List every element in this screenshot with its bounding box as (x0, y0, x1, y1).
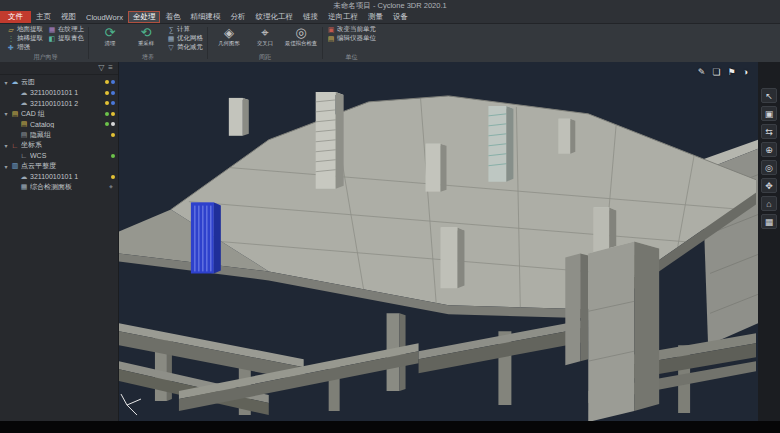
tool-icon: ⌂ (766, 199, 771, 209)
status-dots (111, 133, 118, 137)
item-type-icon: ▤ (11, 110, 19, 118)
select-tool[interactable]: ↖ (761, 88, 777, 103)
tree-item-label: CAD 组 (21, 109, 101, 119)
ribbon-tabs: 主页视图CloudWorx全处理着色精细建模分析纹理化工程链接逆向工程测量设备 (31, 11, 413, 23)
status-dot (111, 122, 115, 126)
tab-analysis[interactable]: 分析 (225, 11, 250, 23)
label-tool[interactable]: ❏ (712, 67, 720, 77)
tree-item-label: 32110010101 2 (30, 100, 101, 107)
tab-label: 纹理化工程 (255, 12, 293, 22)
tab-equipment[interactable]: 设备 (388, 11, 413, 23)
window-title: 未命名项目 - Cyclone 3DR 2020.1 (333, 1, 446, 11)
compute-button[interactable]: ∑计算 (167, 25, 203, 34)
status-dot (105, 101, 109, 105)
button-label: 改变当前单元 (337, 25, 376, 34)
tree-item-inspection-panel[interactable]: ▦综合检测面板⌖ (0, 182, 118, 193)
tab-reverse-engineering[interactable]: 逆向工程 (323, 11, 363, 23)
extract-cyan-button[interactable]: ◧提取青色 (48, 34, 84, 43)
button-icon: ⟲ (141, 25, 152, 40)
zoom-window-tool[interactable]: ▣ (761, 106, 777, 121)
application-window: 未命名项目 - Cyclone 3DR 2020.1 文件 主页视图CloudW… (0, 0, 780, 433)
filter-icon[interactable]: ▽ (98, 63, 104, 73)
tab-texturing[interactable]: 纹理化工程 (250, 11, 298, 23)
tree-item-label: 点云平整度 (21, 161, 111, 171)
tree-item-label: 坐标系 (21, 140, 111, 150)
expand-icon[interactable]: ▾ (3, 163, 9, 170)
tree-item-cad-group[interactable]: ▾▤CAD 组 (0, 109, 118, 120)
status-dot (111, 154, 115, 158)
tool-icon: ▣ (765, 109, 774, 119)
change-current-unit-button[interactable]: ▣改变当前单元 (327, 25, 376, 34)
tab-color[interactable]: 着色 (160, 11, 185, 23)
tab-view[interactable]: 视图 (56, 11, 81, 23)
tree-item-scan-2[interactable]: ☁32110010101 2 (0, 98, 118, 109)
3d-scene (119, 62, 758, 421)
tree-item-scan-1[interactable]: ☁32110010101 1 (0, 88, 118, 99)
tab-survey[interactable]: 测量 (363, 11, 388, 23)
edit-instrument-units-button[interactable]: ▤编辑仪器单位 (327, 34, 376, 43)
view-toolbar: ↖▣⇆⊕◎✥⌂▦ (758, 62, 780, 421)
ground-extract-button[interactable]: ▱地面提取 (7, 25, 43, 34)
item-type-icon: ▤ (20, 120, 28, 128)
status-dot (111, 101, 115, 105)
pan-tool[interactable]: ✥ (761, 178, 777, 193)
expand-icon[interactable]: ▾ (3, 79, 9, 86)
tab-cloudworx[interactable]: CloudWorx (81, 11, 128, 23)
group-label: 间距 (212, 53, 318, 61)
status-dot (111, 175, 115, 179)
grid-view-tool[interactable]: ▦ (761, 214, 777, 229)
expand-icon[interactable]: ▾ (3, 110, 9, 117)
button-icon: ▽ (167, 44, 175, 52)
geometry-button[interactable]: ◈几何图形 (212, 25, 246, 49)
button-icon: ✚ (7, 44, 15, 52)
status-dot (111, 80, 115, 84)
best-fit-check-button[interactable]: ◎最佳拟合检查 (284, 25, 318, 49)
tree-item-label: 32110010101 1 (30, 89, 101, 96)
flag-tool[interactable]: ⚑ (727, 67, 735, 77)
tab-label: 全处理 (133, 12, 156, 22)
annotate-tool[interactable]: ✎ (698, 67, 706, 77)
status-dots (111, 154, 118, 158)
group-label: 单位 (327, 53, 376, 61)
zoom-extents-tool[interactable]: ⊕ (761, 142, 777, 157)
status-dots (105, 112, 118, 116)
simplify-button[interactable]: ▽简化减元 (167, 43, 203, 52)
resample-button[interactable]: ⟲重采样 (129, 25, 163, 49)
intersection-button[interactable]: ⌖交叉口 (248, 25, 282, 49)
model-column-selected[interactable] (191, 203, 221, 274)
tree-item-flatness-group[interactable]: ▾▥点云平整度 (0, 161, 118, 172)
viewport-toolbar: ✎❏⚑◑ (698, 67, 748, 77)
pan-horizontal-tool[interactable]: ⇆ (761, 124, 777, 139)
ribbon-tab-bar: 文件 主页视图CloudWorx全处理着色精细建模分析纹理化工程链接逆向工程测量… (0, 11, 780, 24)
tab-link[interactable]: 链接 (298, 11, 323, 23)
tab-fine-modeling[interactable]: 精细建模 (185, 11, 225, 23)
home-view-tool[interactable]: ⌂ (761, 196, 777, 211)
decimate-extract-button[interactable]: ⋮抽稀提取 (7, 34, 43, 43)
on-texture-button[interactable]: ▦在纹理上 (48, 25, 84, 34)
status-dots (105, 80, 118, 84)
3d-viewport[interactable]: ✎❏⚑◑ (119, 62, 758, 421)
optimize-mesh-button[interactable]: ▦优化网格 (167, 34, 203, 43)
button-label: 抽稀提取 (17, 34, 43, 43)
tab-process[interactable]: 全处理 (128, 11, 161, 23)
tree-item-cloud-group[interactable]: ▾☁云图 (0, 77, 118, 88)
clean-button[interactable]: ⟳清理 (93, 25, 127, 49)
tree-item-hidden-group[interactable]: ▤隐藏组 (0, 130, 118, 141)
orbit-tool[interactable]: ◎ (761, 160, 777, 175)
item-type-icon: ☁ (20, 99, 28, 107)
file-menu-button[interactable]: 文件 (0, 11, 31, 23)
tree-item-flatness-scan[interactable]: ☁32110010101 1 (0, 172, 118, 183)
button-label: 交叉口 (257, 40, 273, 48)
tool-icon: ✎ (698, 67, 706, 77)
button-icon: ⋮ (7, 35, 15, 43)
button-label: 地面提取 (17, 25, 43, 34)
enhance-button[interactable]: ✚增强 (7, 43, 43, 52)
panel-menu-icon[interactable]: ≡ (108, 63, 113, 73)
shading-tool[interactable]: ◑ (743, 67, 748, 77)
tree-item-wcs[interactable]: ∟WCS (0, 151, 118, 162)
tab-home[interactable]: 主页 (31, 11, 56, 23)
expand-icon[interactable]: ▾ (3, 142, 9, 149)
tree-item-catalog[interactable]: ▤Catalog (0, 119, 118, 130)
status-dots (105, 122, 118, 126)
tree-item-coordinate-systems[interactable]: ▾∟坐标系 (0, 140, 118, 151)
